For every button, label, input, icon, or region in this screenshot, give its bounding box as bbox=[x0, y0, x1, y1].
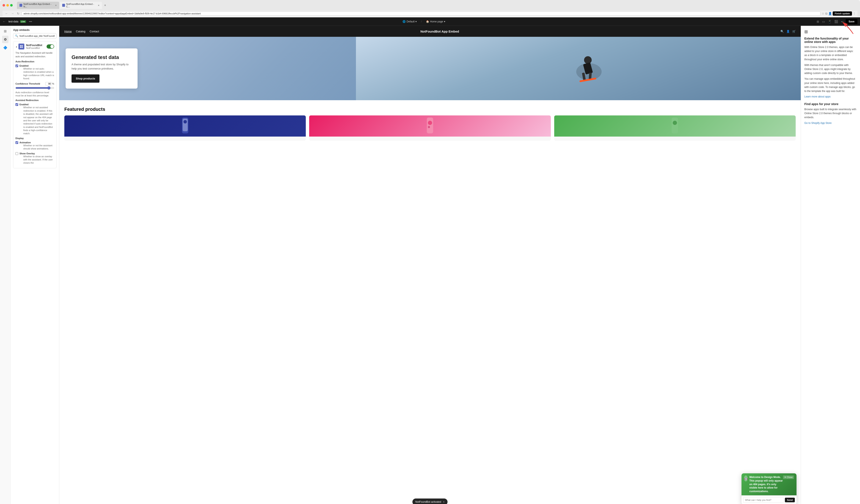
sidebar-nav-icon-grid[interactable]: ⊞ bbox=[2, 28, 8, 35]
featured-products-title: Featured products bbox=[64, 106, 796, 112]
tab-close-1[interactable]: ✕ bbox=[55, 4, 57, 6]
toolbar-separator: / bbox=[421, 20, 422, 23]
product-image-2 bbox=[309, 116, 550, 136]
confidence-slider[interactable] bbox=[15, 86, 54, 90]
page-chevron-icon: ▾ bbox=[444, 20, 445, 23]
find-apps-title: Find apps for your store bbox=[804, 102, 857, 106]
address-bar-input[interactable] bbox=[22, 11, 820, 16]
store-action-icons: 🔍 👤 🛒 bbox=[780, 30, 796, 33]
animation-checkbox[interactable] bbox=[15, 141, 18, 144]
sidebar-app-embeds-panel: App embeds 🔍 ▲ bbox=[11, 26, 59, 504]
hero-bg-image bbox=[356, 37, 801, 100]
toast-label: NotFoundBot activated bbox=[415, 500, 441, 503]
app-embed-toggle[interactable] bbox=[46, 44, 54, 49]
sidebar-search-container: 🔍 bbox=[13, 33, 57, 39]
product-card-2[interactable] bbox=[309, 116, 550, 141]
account-icon[interactable]: 👤 bbox=[786, 30, 790, 33]
product-image-3 bbox=[554, 116, 796, 136]
right-panel-para-1: With Online Store 2.0 themes, apps can b… bbox=[804, 45, 857, 61]
collapse-chevron-icon[interactable]: ▲ bbox=[15, 45, 17, 48]
svg-point-13 bbox=[184, 120, 187, 123]
toolbar-more-button[interactable]: ••• bbox=[29, 20, 32, 23]
apps-grid-icon: ⊞ bbox=[804, 29, 808, 34]
confidence-value-input[interactable] bbox=[45, 82, 52, 85]
product-card-1[interactable] bbox=[64, 116, 306, 141]
svg-rect-14 bbox=[427, 118, 433, 133]
back-button[interactable]: ← bbox=[4, 11, 9, 16]
overlay-checkbox[interactable] bbox=[15, 152, 18, 155]
tablet-view-button[interactable]: ▭ bbox=[821, 19, 826, 24]
right-panel-para-2: With themes that aren't compatible with … bbox=[804, 63, 857, 75]
popup-close-button[interactable]: ✕ Close bbox=[783, 475, 794, 479]
toast-close-button[interactable]: × bbox=[443, 500, 445, 504]
preset-selector[interactable]: 🌐 Default ▾ bbox=[401, 19, 418, 24]
sidebar-search-input[interactable] bbox=[19, 35, 55, 37]
tab-favicon-1 bbox=[19, 4, 22, 7]
store-nav: Home Catalog Contact bbox=[64, 30, 99, 33]
browser-tab-1[interactable]: NotFoundBot App Embed - N... ✕ bbox=[17, 2, 59, 9]
popup-input-row: Send bbox=[742, 495, 797, 504]
sidebar-nav-icon-settings[interactable]: ⚙ bbox=[2, 36, 9, 43]
search-store-icon[interactable]: 🔍 bbox=[780, 30, 784, 33]
popup-search-input[interactable] bbox=[743, 497, 784, 503]
save-button[interactable]: Save bbox=[846, 19, 858, 24]
sidebar-nav-icon-apps[interactable]: 🔷 bbox=[1, 44, 9, 51]
popup-send-button[interactable]: Send bbox=[785, 498, 795, 502]
auto-redirection-title: Auto-Redirection bbox=[15, 60, 54, 63]
svg-point-16 bbox=[428, 126, 430, 128]
hero-card: Generated test data A theme and populate… bbox=[66, 48, 138, 89]
animation-desc: Whether or not the assistant should show… bbox=[23, 144, 54, 150]
tab-close-2[interactable]: ✕ bbox=[98, 4, 99, 6]
undo-button[interactable]: ↩ bbox=[840, 19, 844, 24]
store-nav-contact[interactable]: Contact bbox=[90, 30, 99, 33]
right-panel-main-title: Extend the functionality of your online … bbox=[804, 37, 857, 44]
svg-rect-4 bbox=[22, 47, 23, 48]
mobile-view-button[interactable]: 📱 bbox=[827, 19, 832, 24]
page-selector[interactable]: 🏠 Home page ▾ bbox=[424, 19, 447, 24]
tab-label-2: NotFoundBot App Embed - C... bbox=[66, 3, 96, 8]
overlay-desc: Whether to show an overlay with the assi… bbox=[23, 155, 54, 165]
traffic-light-green bbox=[10, 4, 13, 6]
app-icon bbox=[18, 44, 24, 49]
sidebar-icon-strip: ⊞ ⚙ 🔷 bbox=[0, 26, 11, 504]
widescreen-view-button[interactable]: ⬛ bbox=[833, 19, 839, 24]
extensions-icon: ⧉ bbox=[825, 12, 828, 15]
preset-label: Default bbox=[406, 20, 415, 23]
desktop-view-button[interactable]: ⊞ bbox=[816, 19, 820, 24]
svg-rect-17 bbox=[672, 118, 678, 133]
auto-enabled-checkbox[interactable] bbox=[15, 64, 18, 67]
store-nav-catalog[interactable]: Catalog bbox=[76, 30, 86, 33]
assisted-enabled-checkbox[interactable] bbox=[15, 103, 18, 106]
find-apps-desc: Browse apps built to integrate seamlessl… bbox=[804, 107, 857, 120]
store-preview-frame: Home Catalog Contact NotFoundBot App Emb… bbox=[59, 26, 801, 504]
products-row bbox=[64, 116, 796, 141]
app-subtitle-label: NotFoundBot bbox=[26, 47, 42, 49]
refresh-button[interactable]: ↻ bbox=[16, 11, 20, 16]
shopify-app-store-link[interactable]: Go to Shopify App Store bbox=[804, 121, 832, 124]
product-card-3[interactable] bbox=[554, 116, 796, 141]
new-tab-button[interactable]: + bbox=[102, 2, 108, 9]
globe-icon: 🌐 bbox=[402, 20, 406, 23]
shop-products-button[interactable]: Shop products bbox=[72, 74, 99, 83]
toolbar-back-button[interactable]: ← bbox=[2, 20, 6, 24]
svg-rect-3 bbox=[20, 47, 21, 48]
forward-button[interactable]: → bbox=[10, 11, 15, 16]
overlay-label: Show Overlay bbox=[19, 152, 35, 155]
finish-update-button[interactable]: Finish update bbox=[833, 11, 852, 16]
confidence-threshold-label: Confidence Threshold bbox=[15, 83, 40, 85]
app-description-text: The Navigation Assistant will handle aut… bbox=[15, 51, 54, 58]
animation-label: Animation bbox=[19, 141, 31, 144]
right-panel-header: ⊞ bbox=[804, 29, 857, 34]
store-nav-home[interactable]: Home bbox=[64, 30, 72, 33]
hero-content: Generated test data A theme and populate… bbox=[59, 40, 144, 97]
auto-enabled-desc: Whether or not auto-redirection is enabl… bbox=[23, 67, 54, 80]
hero-subtitle: A theme and populated test store by Shop… bbox=[72, 62, 132, 71]
svg-point-15 bbox=[428, 121, 432, 125]
browser-tab-2[interactable]: NotFoundBot App Embed - C... ✕ bbox=[60, 2, 102, 9]
product-image-1 bbox=[64, 116, 306, 136]
traffic-light-yellow bbox=[6, 4, 9, 6]
snowboarder-illustration bbox=[547, 42, 610, 95]
cart-icon[interactable]: 🛒 bbox=[792, 30, 796, 33]
search-icon: 🔍 bbox=[15, 34, 18, 38]
learn-more-apps-link[interactable]: Learn more about apps bbox=[804, 95, 831, 98]
